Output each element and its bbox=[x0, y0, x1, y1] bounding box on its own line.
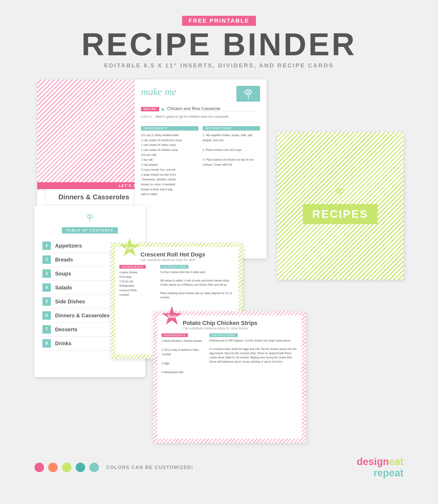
toc-badge: TABLE OF CONTENTS bbox=[62, 227, 118, 234]
content-area: LET'S MAKE Dinners & Casseroles ⌁ TABLE … bbox=[35, 80, 403, 448]
potato-title: Potato Chip Chicken Strips bbox=[183, 320, 298, 327]
color-dot bbox=[35, 463, 44, 472]
main-title: RECIPE BINDER bbox=[81, 28, 357, 60]
potato-border: Yum Potato Chip Chicken Strips Can subst… bbox=[153, 311, 306, 443]
potato-subtitle: Can substitute barbecue chips for other … bbox=[183, 327, 298, 330]
cover-card: LET'S MAKE Dinners & Casseroles ⌁ bbox=[37, 80, 150, 227]
make-me-title: make me bbox=[141, 86, 176, 97]
crescent-instructions-col: INSTRUCTIONS Cut four cheese slice into … bbox=[160, 264, 234, 300]
potato-title-area: Potato Chip Chicken Strips Can substitut… bbox=[183, 320, 298, 330]
toc-label: Salads bbox=[55, 285, 72, 291]
toc-label: Appetizers bbox=[55, 243, 82, 249]
potato-instructions-header: INSTRUCTIONS bbox=[209, 333, 238, 337]
toc-number: 2 bbox=[42, 255, 51, 264]
brand-logo: designeat repeat bbox=[357, 456, 403, 479]
make-me-header: make me bbox=[135, 80, 266, 105]
recipe-arrow-icon: ▶ bbox=[162, 107, 165, 112]
recipe-name: Chicken and Rice Casserole bbox=[167, 106, 260, 112]
instructions-header: INSTRUCTIONS bbox=[203, 126, 260, 131]
toc-number: 1 bbox=[42, 241, 51, 250]
color-dot bbox=[89, 463, 99, 472]
toc-whisk-icon bbox=[42, 214, 137, 224]
yum-text-green: Yum bbox=[125, 245, 134, 251]
instructions-col: INSTRUCTIONS 1. Mix together butter, sou… bbox=[203, 126, 260, 197]
ingredients-header: INGREDIENTS bbox=[141, 126, 198, 131]
brand-design: design bbox=[357, 456, 389, 467]
potato-instructions-col: INSTRUCTIONS Preheat oven to 400 degrees… bbox=[209, 332, 298, 374]
recipe-row: RECIPE ▶ Chicken and Rice Casserole bbox=[135, 105, 266, 113]
cover-stripes bbox=[37, 80, 150, 190]
colors-label: COLORS CAN BE CUSTOMIZED! bbox=[106, 465, 193, 470]
toc-label: Soups bbox=[55, 271, 71, 277]
potato-ingredients-header: INGREDIENTS bbox=[162, 333, 188, 337]
instructions-text: 1. Mix together butter, soups, milk, sal… bbox=[203, 133, 260, 167]
recipe-divider bbox=[141, 122, 260, 122]
recipe-two-col: INGREDIENTS 1/2 cup (1 stick) melted but… bbox=[135, 123, 266, 199]
bottom-area: COLORS CAN BE CUSTOMIZED! designeat repe… bbox=[35, 456, 403, 479]
toc-label: Drinks bbox=[55, 340, 71, 347]
yum-text-pink: Yum bbox=[167, 313, 177, 319]
color-dot bbox=[62, 463, 71, 472]
recipes-big-tag: RECIPES bbox=[303, 204, 378, 224]
toc-label: Desserts bbox=[55, 327, 77, 333]
recipe-label-tag: RECIPE bbox=[141, 107, 159, 111]
toc-label: Breads bbox=[55, 257, 73, 263]
recipes-whisk-icon bbox=[334, 188, 347, 200]
toc-number: 5 bbox=[42, 297, 51, 306]
toc-label: Side Dishes bbox=[55, 299, 85, 305]
crescent-ingredients-header: INGREDIENTS bbox=[119, 265, 146, 269]
ingredients-text: 1/2 cup (1 stick) melted butter 1 can cr… bbox=[141, 133, 198, 197]
whisk-box-icon bbox=[236, 86, 260, 102]
crescent-two-col: INGREDIENTS 4 slices cheese 8 hot dogs 1… bbox=[119, 264, 234, 300]
toc-label: Dinners & Casseroles bbox=[55, 313, 110, 319]
cover-title-text: Dinners & Casseroles bbox=[51, 193, 137, 201]
page-header: FREE PRINTABLE RECIPE BINDER EDITABLE 8.… bbox=[81, 16, 357, 69]
potato-ingredients-col: INGREDIENTS 2 whole boneless, chicken br… bbox=[162, 332, 206, 374]
toc-number: 7 bbox=[42, 325, 51, 334]
cover-title-box: Dinners & Casseroles bbox=[45, 189, 143, 205]
ingredients-col: INGREDIENTS 1/2 cup (1 stick) melted but… bbox=[141, 126, 198, 197]
crescent-instructions-header: INSTRUCTIONS bbox=[160, 265, 189, 269]
crescent-ingredients-col: INGREDIENTS 4 slices cheese 8 hot dogs 1… bbox=[119, 264, 157, 300]
toc-number: 4 bbox=[42, 283, 51, 292]
colors-section: COLORS CAN BE CUSTOMIZED! bbox=[35, 463, 193, 472]
make-me-card: make me RECIPE ▶ Chicken and Rice Casser… bbox=[135, 80, 266, 259]
potato-instructions-text: Preheat oven to 400 degrees. Cut the chi… bbox=[209, 339, 298, 364]
crescent-instructions-text: Cut four cheese slice into 6 strips each… bbox=[160, 270, 234, 300]
free-printable-badge: FREE PRINTABLE bbox=[182, 16, 256, 26]
crescent-title: Crescent Roll Hot Dogs bbox=[140, 251, 234, 258]
toc-number: 3 bbox=[42, 269, 51, 278]
brand-eat: eat bbox=[389, 456, 403, 467]
potato-card-wrapper: Yum Potato Chip Chicken Strips Can subst… bbox=[153, 311, 306, 443]
toc-number: 8 bbox=[42, 339, 51, 348]
crescent-ingredients-text: 4 slices cheese 8 hot dogs 1 (8 oz) canR… bbox=[119, 270, 157, 297]
potato-two-col: INGREDIENTS 2 whole boneless, chicken br… bbox=[162, 332, 298, 374]
potato-ingredients-text: 2 whole boneless, chicken breasts 1 (10 … bbox=[162, 339, 206, 374]
lets-make-tag: LET'S MAKE bbox=[37, 182, 150, 189]
crescent-title-area: Crescent Roll Hot Dogs Can substitute ba… bbox=[140, 251, 234, 262]
subtitle: EDITABLE 8.5 x 11" INSERTS, DIVIDERS, AN… bbox=[81, 62, 357, 69]
green-stripes: RECIPES bbox=[277, 132, 403, 280]
recipe-about-text: Mom's good ol' go-to chicken and rice ca… bbox=[155, 115, 229, 118]
recipes-green-card: RECIPES bbox=[277, 132, 403, 280]
color-dots bbox=[35, 463, 99, 472]
recipe-about-label: ABOUT bbox=[141, 115, 153, 118]
brand-repeat: repeat bbox=[373, 467, 403, 478]
potato-inner: Yum Potato Chip Chicken Strips Can subst… bbox=[157, 315, 302, 439]
color-dot bbox=[76, 463, 85, 472]
color-dot bbox=[48, 463, 58, 472]
recipe-about: ABOUT Mom's good ol' go-to chicken and r… bbox=[135, 113, 266, 121]
toc-number: 6 bbox=[42, 311, 51, 320]
crescent-subtitle: Can substitute barbecue chips for other bbox=[140, 258, 234, 262]
